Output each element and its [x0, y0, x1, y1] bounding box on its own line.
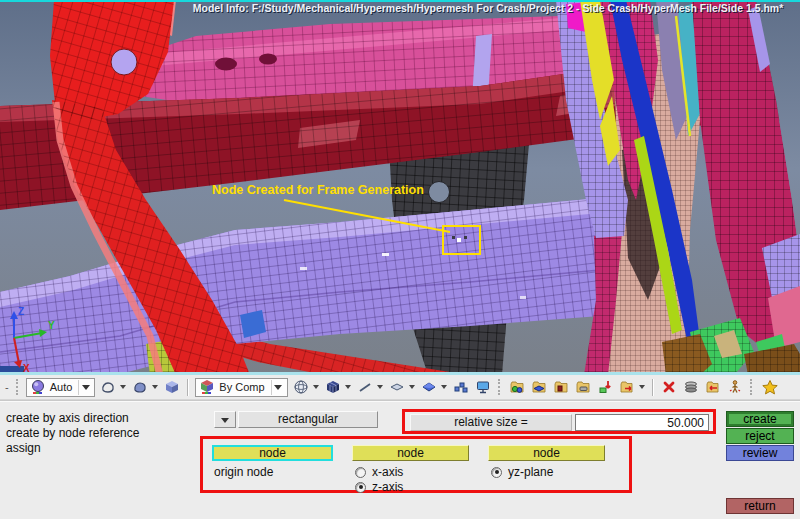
wireframe-dropdown-caret[interactable]: [120, 385, 126, 389]
edge-style-button[interactable]: [355, 377, 375, 397]
face-style-caret[interactable]: [409, 385, 415, 389]
folder-gem-icon: [531, 379, 547, 395]
solid-view-button[interactable]: [162, 377, 182, 397]
return-button[interactable]: return: [726, 498, 794, 514]
scattered-cubes-icon: [453, 379, 469, 395]
view-mode-value: Auto: [46, 381, 79, 393]
create-button[interactable]: create: [726, 411, 794, 427]
element-style-button[interactable]: [323, 377, 343, 397]
plane-node-collector[interactable]: node: [488, 445, 605, 461]
wireframe-button[interactable]: [98, 377, 118, 397]
mesh-style-button[interactable]: [291, 377, 311, 397]
folder-eraser-icon: [575, 379, 591, 395]
created-node-marker: [457, 238, 461, 242]
shaded-button[interactable]: [130, 377, 150, 397]
mesh-scene: Z Y X Node Created for Frame Generation: [0, 0, 800, 375]
cube-icon: [164, 379, 180, 395]
favorites-button[interactable]: [759, 377, 781, 398]
collectors-button[interactable]: [507, 377, 527, 397]
visualization-toolbar: - Auto: [0, 375, 800, 400]
relative-size-label[interactable]: relative size =: [410, 414, 572, 431]
performance-graphics-button[interactable]: [473, 377, 493, 397]
wireframe-icon: [100, 379, 116, 395]
star-icon: [761, 379, 779, 396]
radio-circle[interactable]: [355, 467, 366, 478]
triad-y-label: Y: [48, 320, 55, 331]
element-cube-icon: [325, 379, 341, 395]
view-mode-combo[interactable]: Auto: [26, 378, 96, 397]
toolbar-grip[interactable]: [498, 379, 502, 395]
model-info-text: Model Info: F:/Study/Mechanical/Hypermes…: [180, 2, 796, 14]
shaded-dropdown-caret[interactable]: [152, 385, 158, 389]
radio-yz-plane[interactable]: yz-plane: [491, 465, 553, 479]
triad-z-label: Z: [18, 306, 24, 317]
move-to-folder-button[interactable]: [703, 377, 723, 397]
node-selection-highlight-box: node origin node node x-axis z-axis node…: [200, 436, 632, 493]
line-icon: [357, 379, 373, 395]
geodesic-sphere-icon: [293, 379, 309, 395]
view-mode-dropdown[interactable]: [78, 380, 92, 395]
delete-x-icon: [661, 379, 677, 395]
colored-cube-icon: [199, 379, 215, 395]
entity-walk-button[interactable]: [725, 377, 745, 397]
radio-x-axis[interactable]: x-axis: [355, 465, 403, 479]
annotation-text: Node Created for Frame Generation: [212, 183, 424, 197]
origin-node-label: origin node: [214, 465, 273, 479]
monitor-icon: [475, 379, 491, 395]
face-style-button[interactable]: [387, 377, 407, 397]
shape-toggle-button[interactable]: rectangular: [238, 411, 378, 428]
edge-style-caret[interactable]: [377, 385, 383, 389]
review-button[interactable]: review: [726, 445, 794, 461]
sphere-icon: [30, 379, 46, 395]
toolbar-grip[interactable]: [750, 379, 754, 395]
color-mode-combo[interactable]: By Comp: [195, 378, 287, 397]
mask-collector-button[interactable]: [573, 377, 593, 397]
red-arrow-box-icon: [597, 379, 613, 395]
mask-button[interactable]: [681, 377, 701, 397]
toolbar-grip[interactable]: [16, 379, 20, 395]
radio-circle[interactable]: [491, 467, 502, 478]
toolbar-separator: [187, 379, 189, 396]
option-assign[interactable]: assign: [6, 441, 41, 455]
folder-arrow-icon: [619, 379, 635, 395]
mesh-style-caret[interactable]: [313, 385, 319, 389]
axis-node-collector[interactable]: node: [352, 445, 469, 461]
relative-size-input[interactable]: [575, 414, 709, 431]
radio-circle[interactable]: [355, 482, 366, 493]
color-mode-dropdown[interactable]: [271, 380, 285, 395]
shape-dropdown-button[interactable]: [214, 411, 236, 428]
hypermesh-window: Z Y X Node Created for Frame Generation …: [0, 0, 800, 519]
delete-button[interactable]: [659, 377, 679, 397]
radio-z-axis[interactable]: z-axis: [355, 480, 403, 494]
organize-button[interactable]: [617, 377, 637, 397]
folder-tag-icon: [553, 379, 569, 395]
create-frame-panel: create by axis direction create by node …: [0, 400, 800, 519]
radio-z-axis-label: z-axis: [372, 480, 403, 494]
shaded-elements-caret[interactable]: [441, 385, 447, 389]
components-button[interactable]: [529, 377, 549, 397]
folder-spheres-icon: [509, 379, 525, 395]
radio-x-axis-label: x-axis: [372, 465, 403, 479]
layer-stack-icon: [683, 379, 699, 395]
organize-caret[interactable]: [639, 385, 645, 389]
color-mode-value: By Comp: [215, 381, 270, 393]
option-create-by-axis[interactable]: create by axis direction: [6, 411, 129, 425]
origin-node-collector[interactable]: node: [212, 445, 333, 461]
load-collector-button[interactable]: [551, 377, 571, 397]
toolbar-separator: [652, 379, 654, 396]
relative-size-highlight-box: relative size =: [402, 409, 716, 434]
chevron-down-icon: [221, 418, 229, 423]
mesh-viewport[interactable]: Z Y X Node Created for Frame Generation …: [0, 0, 800, 375]
include-button[interactable]: [595, 377, 615, 397]
shaded-elements-button[interactable]: [419, 377, 439, 397]
shaded-icon: [132, 379, 148, 395]
toolbar-overflow-dash: -: [2, 381, 12, 393]
multi-elements-button[interactable]: [451, 377, 471, 397]
reject-button[interactable]: reject: [726, 428, 794, 444]
flat-quad-icon: [389, 379, 405, 395]
option-create-by-node[interactable]: create by node reference: [6, 426, 139, 440]
folder-red-arrow-icon: [705, 379, 721, 395]
element-style-caret[interactable]: [345, 385, 351, 389]
walk-person-icon: [727, 379, 743, 395]
solid-quad-icon: [421, 379, 437, 395]
